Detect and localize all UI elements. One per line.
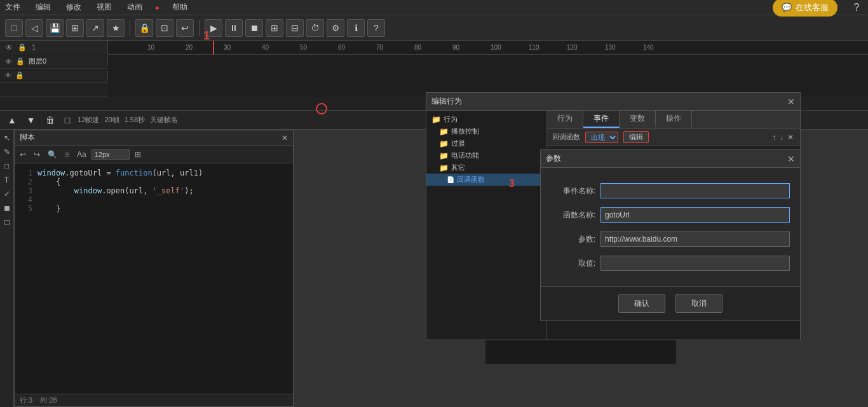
arr-delete-btn[interactable]: ✕	[786, 133, 795, 142]
search-script-btn[interactable]: 🔍	[45, 149, 60, 160]
tree-other[interactable]: 📁 其它	[426, 162, 546, 174]
delete-btn[interactable]: 🗑	[43, 114, 57, 127]
left-tools-panel: ↖ ✎ □ T ✓ ◼ ◻	[0, 130, 14, 407]
menu-edit[interactable]: 编辑	[33, 2, 53, 13]
value-input[interactable]	[600, 256, 790, 271]
screen-button[interactable]: ⊞	[266, 19, 283, 37]
export-button[interactable]: ↗	[86, 19, 104, 37]
tree-root-icon: 📁	[431, 115, 441, 124]
mark-100: 100	[489, 44, 527, 51]
tab-action[interactable]: 操作	[656, 111, 692, 128]
help-icon[interactable]: ?	[848, 0, 865, 17]
tree-callback[interactable]: 📄 回调函数	[426, 174, 546, 186]
question-button[interactable]: ?	[367, 19, 385, 37]
params-close-btn[interactable]: ✕	[787, 154, 795, 164]
move-up-btn[interactable]: ▲	[5, 114, 19, 127]
select-tool[interactable]: ↖	[1, 132, 13, 144]
font-size-input[interactable]	[92, 149, 130, 160]
new-button[interactable]: □	[5, 19, 23, 37]
move-down-btn[interactable]: ▼	[24, 114, 38, 127]
dialog-params: 参数 ✕ 6 事件名称: 函数名称: 参数: 取值: 确认 取消	[540, 149, 801, 321]
event-select[interactable]: 出现	[585, 132, 618, 143]
scene-button[interactable]: ⊟	[286, 19, 304, 37]
script-title-label: 脚本	[20, 132, 35, 143]
lock-button[interactable]: 🔒	[135, 19, 153, 37]
stop-button[interactable]: ⏹	[245, 19, 263, 37]
check-tool[interactable]: ✓	[1, 188, 13, 200]
save-button[interactable]: 💾	[46, 19, 64, 37]
undo-script-btn[interactable]: ↩	[17, 149, 29, 160]
undo-button[interactable]: ↩	[176, 19, 194, 37]
confirm-btn[interactable]: 确认	[618, 294, 665, 313]
align-button[interactable]: ⊡	[156, 19, 173, 37]
open-button[interactable]: ◁	[25, 19, 43, 37]
tree-playback-label: 播放控制	[451, 127, 479, 136]
extra-tool[interactable]: ◻	[1, 216, 13, 228]
info-button[interactable]: ℹ	[347, 19, 365, 37]
time-label: 1.58秒	[125, 115, 145, 125]
redo-script-btn[interactable]: ↪	[31, 149, 43, 160]
menu-view[interactable]: 视图	[94, 2, 114, 13]
tree-playback[interactable]: 📁 播放控制	[426, 125, 546, 137]
tree-phone-icon: 📁	[439, 151, 449, 160]
pause-button[interactable]: ⏸	[225, 19, 243, 37]
tab-variable[interactable]: 变数	[620, 111, 656, 128]
toolbar-sep2	[199, 20, 200, 36]
layer-content-1[interactable]	[108, 69, 868, 83]
menu-modify[interactable]: 修改	[64, 2, 84, 13]
shape-tool[interactable]: □	[1, 160, 13, 172]
event-name-input[interactable]	[600, 183, 790, 198]
menu-alert: ●	[155, 4, 159, 11]
layer-eye-icon: 👁	[5, 58, 12, 66]
params-input[interactable]	[600, 231, 790, 247]
grid-button[interactable]: ⊞	[66, 19, 84, 37]
layer-content-0[interactable]	[108, 55, 868, 69]
mark-120: 120	[566, 44, 604, 51]
online-icon: 💬	[782, 3, 792, 12]
playhead-circle	[316, 103, 327, 114]
arr-up-btn[interactable]: ↑	[771, 133, 777, 142]
text-tool[interactable]: T	[1, 174, 13, 186]
add-frame-btn[interactable]: □	[62, 114, 72, 127]
tree-transition[interactable]: 📁 过渡	[426, 137, 546, 149]
script-content[interactable]: 1 window.gotoUrl = function(url, url1) 2…	[15, 163, 293, 394]
preview-button[interactable]: ★	[107, 19, 125, 37]
mark-70: 70	[375, 44, 413, 51]
playhead-marker[interactable]	[213, 41, 214, 55]
frames-label: 20帧	[104, 115, 119, 125]
menu-help[interactable]: 帮助	[170, 2, 190, 13]
param-row-value: 取值:	[551, 256, 790, 271]
tab-event[interactable]: 事件	[583, 111, 620, 128]
menu-animate[interactable]: 动画	[125, 2, 145, 13]
tree-playback-icon: 📁	[439, 127, 449, 136]
params-title-bar: 参数 ✕	[541, 150, 800, 168]
mark-10: 10	[146, 44, 184, 51]
pen-tool[interactable]: ✎	[1, 146, 13, 158]
cancel-btn[interactable]: 取消	[675, 294, 722, 313]
tree-phone-label: 电话功能	[451, 151, 479, 160]
tree-phone[interactable]: 📁 电话功能	[426, 149, 546, 162]
arr-down-btn[interactable]: ↓	[778, 133, 785, 142]
settings-button[interactable]: ⚙	[327, 19, 344, 37]
script-panel: 脚本 ✕ ↩ ↪ 🔍 ≡ Aa ⊞ 1 window.gotoUrl = fun…	[14, 130, 294, 407]
behavior-arrows: ↑ ↓ ✕	[771, 133, 795, 142]
list-script-btn[interactable]: ≡	[62, 149, 72, 160]
play-button[interactable]: ▶	[205, 19, 222, 37]
fps-label: 12帧速	[78, 115, 99, 125]
tree-transition-label: 过渡	[451, 139, 465, 148]
script-close-btn[interactable]: ✕	[281, 134, 288, 142]
code-view-btn[interactable]: ⊞	[132, 149, 144, 160]
menu-file[interactable]: 文件	[3, 2, 23, 13]
fill-tool[interactable]: ◼	[1, 202, 13, 214]
tab-behavior[interactable]: 行为	[547, 111, 583, 128]
func-name-input[interactable]	[600, 207, 790, 223]
online-service-button[interactable]: 💬 在线客服	[773, 0, 837, 17]
edit-behavior-btn[interactable]: 编辑	[623, 131, 649, 143]
event-name-label: 事件名称:	[551, 186, 595, 197]
timeline-button[interactable]: ⏱	[306, 19, 324, 37]
behavior-close-btn[interactable]: ✕	[787, 97, 795, 107]
tree-callback-icon: 📄	[447, 176, 454, 183]
mark-130: 130	[604, 44, 642, 51]
script-title-bar: 脚本 ✕	[15, 130, 293, 146]
code-line-3: 3 window.open(url, '_self');	[20, 186, 288, 195]
